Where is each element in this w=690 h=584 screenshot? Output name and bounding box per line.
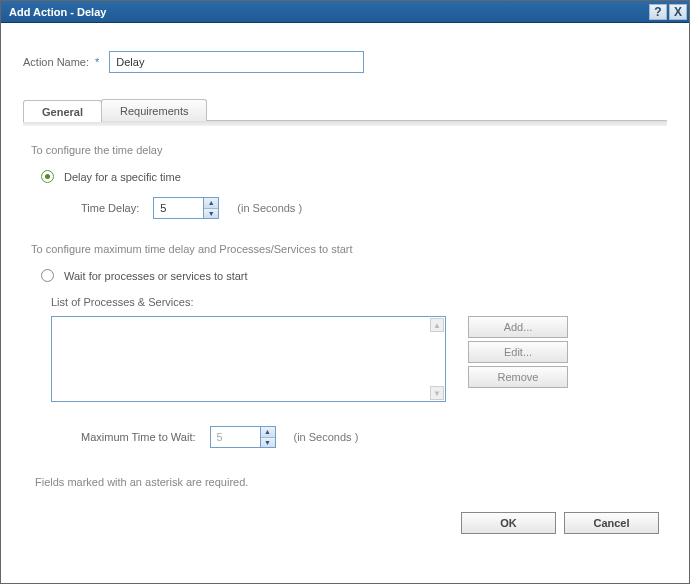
max-heading: To configure maximum time delay and Proc… [31, 243, 659, 255]
tabs: General Requirements [23, 99, 667, 121]
max-wait-suffix: (in Seconds ) [294, 431, 359, 443]
required-marker: * [95, 56, 99, 68]
action-name-row: Action Name: * [23, 51, 667, 73]
option-wait-row[interactable]: Wait for processes or services to start [41, 269, 659, 282]
listbox-scrollbar: ▲ ▼ [429, 317, 445, 401]
dialog-content: Action Name: * General Requirements To c… [1, 23, 689, 583]
help-button[interactable]: ? [649, 4, 667, 20]
close-button[interactable]: X [669, 4, 687, 20]
time-delay-spin-up[interactable]: ▲ [204, 198, 218, 209]
edit-button[interactable]: Edit... [468, 341, 568, 363]
time-delay-spin-buttons: ▲ ▼ [203, 197, 219, 219]
max-wait-row: Maximum Time to Wait: ▲ ▼ (in Seconds ) [81, 426, 659, 448]
max-wait-spin-up[interactable]: ▲ [261, 427, 275, 438]
option-specific-row[interactable]: Delay for a specific time [41, 170, 659, 183]
max-wait-input[interactable] [210, 426, 260, 448]
action-name-input[interactable] [109, 51, 364, 73]
radio-wait-processes[interactable] [41, 269, 54, 282]
tab-general-label: General [42, 106, 83, 118]
processes-listbox[interactable]: ▲ ▼ [51, 316, 446, 402]
add-button[interactable]: Add... [468, 316, 568, 338]
tab-general[interactable]: General [23, 100, 102, 122]
max-wait-spin-buttons: ▲ ▼ [260, 426, 276, 448]
time-delay-label: Time Delay: [81, 202, 139, 214]
help-icon: ? [654, 6, 661, 18]
specific-heading: To configure the time delay [31, 144, 659, 156]
time-delay-input[interactable] [153, 197, 203, 219]
option-wait-label: Wait for processes or services to start [64, 270, 248, 282]
option-specific-label: Delay for a specific time [64, 171, 181, 183]
cancel-button[interactable]: Cancel [564, 512, 659, 534]
action-name-label: Action Name: [23, 56, 89, 68]
tab-requirements[interactable]: Requirements [101, 99, 207, 121]
titlebar: Add Action - Delay ? X [1, 1, 689, 23]
time-delay-suffix: (in Seconds ) [237, 202, 302, 214]
general-pane: To configure the time delay Delay for a … [23, 126, 667, 538]
close-icon: X [674, 6, 682, 18]
max-wait-label: Maximum Time to Wait: [81, 431, 196, 443]
listbox-area[interactable] [52, 317, 429, 401]
radio-delay-specific[interactable] [41, 170, 54, 183]
list-side-buttons: Add... Edit... Remove [468, 316, 568, 402]
list-row: ▲ ▼ Add... Edit... Remove [51, 316, 659, 402]
scroll-down-icon[interactable]: ▼ [430, 386, 444, 400]
time-delay-row: Time Delay: ▲ ▼ (in Seconds ) [81, 197, 659, 219]
dialog-title: Add Action - Delay [9, 6, 647, 18]
tab-requirements-label: Requirements [120, 105, 188, 117]
ok-button[interactable]: OK [461, 512, 556, 534]
time-delay-spinner: ▲ ▼ [153, 197, 219, 219]
scroll-up-icon[interactable]: ▲ [430, 318, 444, 332]
list-label: List of Processes & Services: [51, 296, 659, 308]
remove-button[interactable]: Remove [468, 366, 568, 388]
max-wait-spinner: ▲ ▼ [210, 426, 276, 448]
max-wait-spin-down[interactable]: ▼ [261, 438, 275, 448]
dialog-footer: OK Cancel [31, 488, 659, 534]
dialog-window: Add Action - Delay ? X Action Name: * Ge… [0, 0, 690, 584]
time-delay-spin-down[interactable]: ▼ [204, 209, 218, 219]
required-note: Fields marked with an asterisk are requi… [35, 476, 659, 488]
